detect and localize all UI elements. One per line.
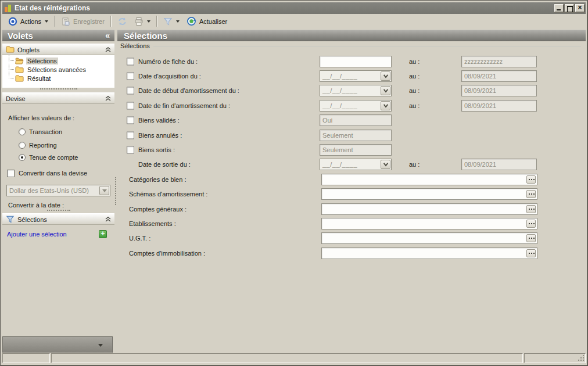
toolbar-separator (110, 16, 112, 27)
au-label: au : (409, 58, 420, 65)
radio-label: Tenue de compte (29, 154, 78, 161)
actions-button[interactable]: Actions (5, 16, 52, 27)
tree-item-resultat[interactable]: Résultat (2, 74, 114, 82)
schemas-amortissement-input[interactable] (321, 188, 537, 200)
collapse-sidebar-icon[interactable]: « (105, 30, 110, 41)
ellipsis-lookup-button[interactable] (526, 190, 536, 198)
radio-reporting[interactable]: Reporting (19, 141, 57, 149)
add-selection-plus-button[interactable]: + (99, 230, 107, 238)
tree-item-label: Résultat (26, 75, 52, 82)
field-label: Catégories de bien : (129, 176, 186, 183)
date-acquisition-from-combo[interactable]: __/__/____ (320, 70, 392, 82)
tree-item-selections-avancees[interactable]: Sélections avancées (2, 65, 114, 74)
convert-currency-checkbox[interactable] (7, 170, 15, 177)
refresh-button[interactable]: Actualiser (183, 15, 231, 27)
convert-date-label: Convertir à la date : (8, 202, 64, 209)
toolbar: Actions Enregistrer Actualiser (2, 14, 586, 28)
group-divider (153, 46, 581, 47)
tree-item-selections[interactable]: Sélections (2, 56, 114, 65)
section-header-devise[interactable]: Devise (2, 92, 114, 104)
comptes-generaux-input[interactable] (321, 203, 537, 215)
toolbar-separator (54, 16, 55, 27)
collapsed-pane-bar[interactable] (2, 336, 113, 353)
date-dropdown-button[interactable] (381, 101, 390, 110)
add-selection-link[interactable]: Ajouter une sélection (7, 231, 67, 238)
ellipsis-lookup-button[interactable] (526, 175, 536, 184)
resize-grip[interactable] (583, 360, 584, 361)
date-dropdown-button[interactable] (381, 71, 390, 81)
radio-button-selected[interactable] (19, 154, 26, 161)
row-date-debut-amortissement: Date de début d'amortissement du : __/__… (117, 84, 586, 98)
field-label: Comptes d'immobilisation : (129, 250, 205, 257)
radio-button[interactable] (19, 128, 26, 135)
open-folder-icon (15, 58, 24, 64)
chevron-up-double-icon[interactable] (105, 47, 111, 52)
radio-label: Transaction (29, 128, 62, 135)
date-dropdown-button[interactable] (381, 160, 390, 169)
currency-value: Dollar des Etats-Unis (USD) (9, 187, 89, 194)
print-button[interactable] (131, 16, 154, 27)
ellipsis-lookup-button[interactable] (526, 205, 536, 213)
folder-icon (6, 46, 15, 53)
status-cell (51, 353, 523, 363)
date-dropdown-button[interactable] (381, 86, 390, 95)
field-label: Numéro de fiche du : (138, 58, 198, 65)
date-acquisition-checkbox[interactable] (127, 73, 134, 80)
biens-sortis-field (320, 144, 392, 156)
row-biens-valides: Biens validés : (117, 113, 586, 128)
filter-dropdown-arrow (176, 20, 180, 23)
filter-funnel-icon (163, 17, 173, 26)
etablissements-input[interactable] (321, 218, 537, 229)
numero-fiche-checkbox[interactable] (127, 58, 134, 65)
comptes-immobilisation-input[interactable] (321, 247, 537, 259)
radio-button[interactable] (19, 142, 26, 149)
section-title-selections: Sélections (17, 216, 102, 223)
row-comptes-generaux: Comptes généraux : (117, 202, 586, 216)
maximize-button[interactable] (565, 4, 574, 12)
date-acquisition-to-field (461, 70, 537, 82)
biens-annules-checkbox[interactable] (127, 131, 134, 139)
display-values-label: Afficher les valeurs de : (8, 114, 74, 121)
biens-valides-checkbox[interactable] (127, 117, 134, 124)
sync-button[interactable] (114, 16, 131, 27)
field-label: Date de début d'amortissement du : (138, 87, 239, 94)
radio-transaction[interactable]: Transaction (19, 128, 62, 136)
status-cell (524, 353, 586, 363)
date-sortie-from-combo[interactable]: __/__/____ (320, 159, 392, 170)
biens-sortis-checkbox[interactable] (127, 146, 134, 154)
field-label: Date de fin d'amortissement du : (138, 102, 230, 109)
main-header-title: Sélections (124, 31, 167, 41)
app-window: Etat des réintégrations Actions Enregist… (0, 0, 588, 366)
onglets-tree: Sélections Sélections avancées Résultat (2, 55, 114, 88)
minimize-button[interactable] (554, 4, 564, 12)
convert-currency-checkbox-row[interactable]: Convertir dans la devise (7, 169, 87, 177)
close-button[interactable] (575, 4, 585, 12)
section-splitter[interactable] (2, 88, 114, 92)
save-button[interactable]: Enregistrer (58, 16, 108, 27)
field-label: Biens validés : (138, 117, 180, 124)
ellipsis-lookup-button[interactable] (526, 249, 536, 257)
date-debut-checkbox[interactable] (127, 87, 134, 95)
date-sortie-to-field (461, 159, 537, 170)
ugt-input[interactable] (321, 232, 537, 244)
numero-fiche-from-input[interactable] (320, 56, 392, 67)
field-label: Etablissements : (129, 220, 176, 227)
categories-bien-input[interactable] (321, 174, 537, 185)
ellipsis-lookup-button[interactable] (526, 234, 536, 242)
section-header-selections[interactable]: Sélections (2, 213, 114, 225)
radio-tenue-de-compte[interactable]: Tenue de compte (19, 153, 78, 162)
chevron-up-double-icon[interactable] (105, 96, 111, 101)
date-mask: __/__/____ (322, 161, 357, 168)
row-etablissements: Etablissements : (117, 216, 586, 231)
refresh-label: Actualiser (199, 17, 227, 25)
ellipsis-lookup-button[interactable] (526, 220, 536, 228)
row-date-acquisition: Date d'acquisition du : __/__/____ au : (117, 69, 586, 83)
chevron-up-double-icon[interactable] (105, 217, 111, 222)
date-fin-from-combo[interactable]: __/__/____ (320, 100, 392, 112)
filter-button[interactable] (160, 16, 183, 27)
date-fin-checkbox[interactable] (127, 102, 134, 109)
numero-fiche-to-field (461, 56, 537, 67)
date-debut-from-combo[interactable]: __/__/____ (320, 85, 392, 96)
section-header-onglets[interactable]: Onglets (2, 44, 114, 55)
date-mask: __/__/____ (322, 73, 357, 80)
